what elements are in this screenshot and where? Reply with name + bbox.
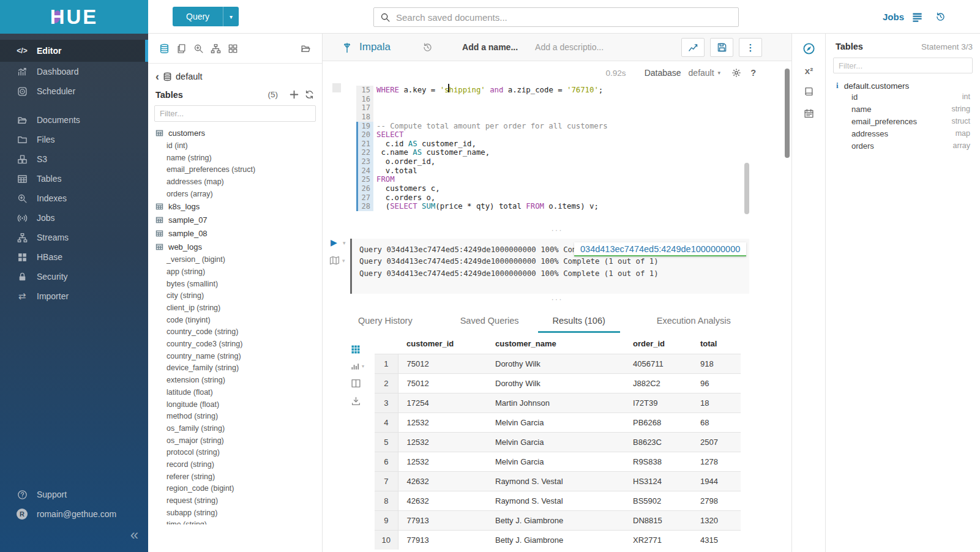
- sql-editor[interactable]: 1516171819202122232425262728 WHERE a.key…: [323, 86, 791, 223]
- query-button[interactable]: Query: [173, 7, 223, 26]
- sidebar-item-jobs[interactable]: Jobs: [0, 208, 148, 228]
- column-item[interactable]: latitude (float): [148, 386, 322, 398]
- assist-column-addresses[interactable]: addressesmap: [826, 127, 980, 140]
- column-item[interactable]: country_code (string): [148, 326, 322, 338]
- table-item-sample-07[interactable]: sample_07: [148, 213, 322, 226]
- column-item[interactable]: _version_ (bigint): [148, 253, 322, 266]
- search-zoom-icon[interactable]: [193, 43, 204, 54]
- editor-scrollbar[interactable]: [744, 163, 749, 214]
- column-item[interactable]: country_code3 (string): [148, 338, 322, 350]
- tab-results-106[interactable]: Results (106): [553, 308, 605, 333]
- column-item[interactable]: longitude (float): [148, 398, 322, 411]
- functions-icon[interactable]: x²: [792, 65, 826, 76]
- query-description-field[interactable]: Add a descriptio...: [535, 42, 604, 52]
- table-item-sample-08[interactable]: sample_08: [148, 226, 322, 240]
- sidebar-item-scheduler[interactable]: Scheduler: [0, 81, 148, 101]
- assist-active-table[interactable]: i default.customers: [826, 73, 980, 91]
- assist-filter-input[interactable]: [833, 58, 973, 73]
- apps-grid-icon[interactable]: [228, 43, 238, 54]
- column-item[interactable]: country_name (string): [148, 350, 322, 362]
- hue-logo[interactable]: HUE: [0, 0, 148, 34]
- sidebar-item-importer[interactable]: ⇄Importer: [0, 286, 148, 306]
- resize-handle-bottom[interactable]: ···: [323, 296, 791, 302]
- documents-copy-icon[interactable]: [176, 43, 187, 54]
- jobs-link[interactable]: Jobs: [883, 12, 904, 22]
- jobs-list-icon[interactable]: [911, 11, 923, 23]
- chart-button[interactable]: [681, 38, 705, 57]
- column-item[interactable]: referer (string): [148, 471, 322, 483]
- query-dropdown-caret[interactable]: ▾: [223, 7, 239, 26]
- column-item[interactable]: method (string): [148, 410, 322, 422]
- page-scrollbar[interactable]: [785, 69, 790, 158]
- column-item[interactable]: email_preferences (struct): [148, 163, 322, 176]
- column-item[interactable]: bytes (smallint): [148, 278, 322, 290]
- database-selector[interactable]: default ▾: [689, 68, 721, 78]
- column-item[interactable]: client_ip (string): [148, 302, 322, 314]
- column-item[interactable]: name (string): [148, 152, 322, 164]
- sitemap-icon[interactable]: [211, 43, 221, 54]
- back-chevron-icon[interactable]: ‹: [155, 72, 159, 81]
- column-item[interactable]: request (string): [148, 494, 322, 507]
- column-item[interactable]: extension (string): [148, 374, 322, 386]
- tab-execution-analysis[interactable]: Execution Analysis: [657, 308, 731, 333]
- column-item[interactable]: city (string): [148, 290, 322, 302]
- collapse-sidebar-button[interactable]: «: [130, 526, 138, 543]
- save-button[interactable]: [710, 38, 733, 57]
- table-item-k8s-logs[interactable]: k8s_logs: [148, 200, 322, 213]
- engine-name[interactable]: Impala: [359, 41, 391, 53]
- column-item[interactable]: orders (array): [148, 188, 322, 200]
- sidebar-item-hbase[interactable]: HBase: [0, 247, 148, 267]
- history-icon[interactable]: [935, 12, 946, 22]
- sidebar-item-tables[interactable]: Tables: [0, 169, 148, 188]
- assist-column-id[interactable]: idint: [826, 91, 980, 103]
- download-icon[interactable]: [351, 396, 369, 406]
- databases-icon[interactable]: [159, 43, 170, 54]
- column-item[interactable]: code (tinyint): [148, 314, 322, 326]
- sidebar-item-s3[interactable]: S3: [0, 149, 148, 169]
- execute-button[interactable]: ▶: [331, 237, 337, 247]
- search-input[interactable]: [396, 12, 732, 23]
- settings-gear-icon[interactable]: [731, 68, 741, 78]
- column-item[interactable]: region_code (bigint): [148, 483, 322, 495]
- schedule-icon[interactable]: [792, 108, 826, 119]
- table-filter-input[interactable]: [154, 105, 316, 122]
- more-actions-button[interactable]: ⋮: [739, 38, 762, 57]
- table-item-customers[interactable]: customers: [148, 126, 322, 140]
- chart-view-icon[interactable]: ▾: [351, 362, 369, 371]
- database-name[interactable]: default: [176, 72, 203, 81]
- column-item[interactable]: record (string): [148, 458, 322, 471]
- column-item[interactable]: device_family (string): [148, 362, 322, 375]
- sidebar-item-indexes[interactable]: Indexes: [0, 188, 148, 208]
- sidebar-item-files[interactable]: Files: [0, 130, 148, 149]
- columns-view-icon[interactable]: [351, 378, 369, 389]
- query-history-icon[interactable]: [422, 42, 433, 53]
- table-item-web-logs[interactable]: web_logs: [148, 240, 322, 253]
- query-name-field[interactable]: Add a name...: [462, 42, 518, 52]
- sidebar-item-support[interactable]: Support: [0, 485, 148, 504]
- sidebar-item-editor[interactable]: </>Editor: [0, 40, 148, 62]
- column-item[interactable]: id (int): [148, 140, 322, 152]
- column-item[interactable]: time (string): [148, 519, 322, 524]
- column-item[interactable]: subapp (string): [148, 507, 322, 519]
- sidebar-item-dashboard[interactable]: Dashboard: [0, 62, 148, 81]
- folder-icon[interactable]: [301, 43, 311, 54]
- sidebar-item-documents[interactable]: Documents: [0, 110, 148, 130]
- help-icon[interactable]: ?: [750, 68, 756, 78]
- assist-column-orders[interactable]: ordersarray: [826, 140, 980, 152]
- explain-map-button[interactable]: ▾: [329, 255, 345, 266]
- column-item[interactable]: app (string): [148, 266, 322, 278]
- column-item[interactable]: os_family (string): [148, 422, 322, 435]
- tab-query-history[interactable]: Query History: [358, 308, 413, 333]
- sidebar-item-security[interactable]: Security: [0, 267, 148, 286]
- query-id-link[interactable]: 034d413ec7474ed5:4249de1000000000: [574, 242, 746, 256]
- grid-view-icon[interactable]: [351, 345, 369, 354]
- column-item[interactable]: protocol (string): [148, 446, 322, 458]
- resize-handle-top[interactable]: ···: [323, 227, 791, 233]
- column-item[interactable]: addresses (map): [148, 176, 322, 188]
- column-item[interactable]: os_major (string): [148, 435, 322, 447]
- sidebar-item-romain-gethue-com[interactable]: Rromain@gethue.com: [0, 504, 148, 524]
- tab-saved-queries[interactable]: Saved Queries: [460, 308, 519, 333]
- execute-options-caret[interactable]: ▾: [343, 240, 346, 246]
- add-table-icon[interactable]: [289, 89, 299, 100]
- assist-column-email-preferences[interactable]: email_preferencesstruct: [826, 115, 980, 127]
